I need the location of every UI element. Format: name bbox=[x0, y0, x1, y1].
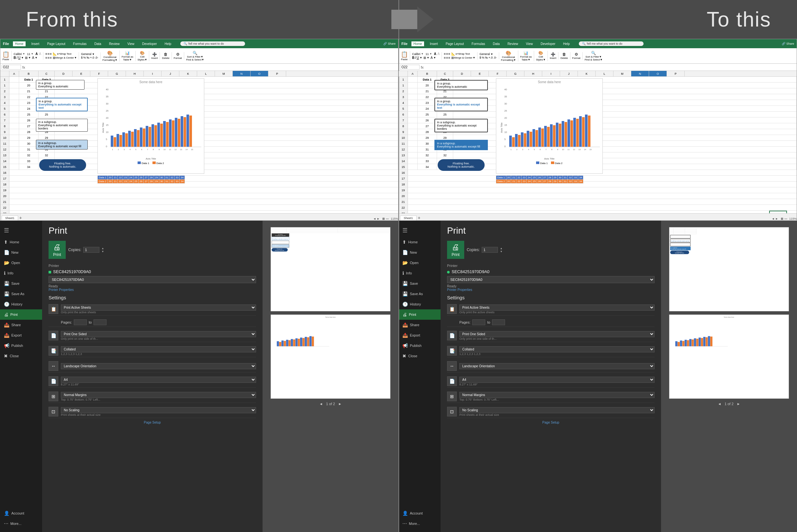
collated-select-left[interactable]: Collated bbox=[61, 346, 256, 353]
textbox-subgroup-borders-right: In a subgroup. Everything is automatic e… bbox=[434, 119, 488, 132]
sidebar-item-share-right[interactable]: 📤 Share bbox=[398, 320, 441, 330]
svg-text:9: 9 bbox=[557, 149, 558, 151]
orientation-select-right[interactable]: Landscape Orientation bbox=[459, 363, 654, 369]
sidebar-item-open-right[interactable]: 📂 Open bbox=[398, 258, 441, 268]
scaling-select-right[interactable]: No Scaling bbox=[459, 407, 654, 413]
add-sheet-left[interactable]: + bbox=[19, 215, 22, 221]
orientation-select-left[interactable]: Landscape Orientation bbox=[61, 363, 256, 369]
formula-input-left[interactable] bbox=[26, 65, 397, 69]
publish-icon-right: 📢 bbox=[402, 343, 408, 348]
prev-page-right[interactable]: ◄ bbox=[718, 402, 721, 406]
sidebar-item-saveas-right[interactable]: 💾 Save As bbox=[398, 289, 441, 299]
sidebar-item-publish-right[interactable]: 📢 Publish bbox=[398, 340, 441, 351]
chart-left: Some data here Axis Title 40 35 30 25 20 bbox=[97, 78, 204, 174]
sidebar-item-home-right[interactable]: ⬆ Home bbox=[398, 237, 441, 247]
sidebar-item-new-right[interactable]: 📄 New bbox=[398, 247, 441, 258]
print-button-left[interactable]: 🖨 Print bbox=[49, 241, 66, 259]
svg-text:10: 10 bbox=[562, 149, 564, 151]
sidebar-item-more-right[interactable]: ⋯ More... bbox=[398, 518, 441, 529]
svg-rect-68 bbox=[527, 131, 529, 147]
copies-up-right[interactable]: ▲ bbox=[500, 247, 502, 250]
sidebar-item-export-right[interactable]: 📤 Export bbox=[398, 330, 441, 340]
sidebar-item-print-right[interactable]: 🖨 Print bbox=[398, 309, 441, 320]
svg-rect-111 bbox=[289, 340, 291, 346]
setting-orientation-left: ↔ Landscape Orientation bbox=[49, 360, 256, 373]
sidebar-item-export-left[interactable]: 📤 Export bbox=[0, 330, 42, 340]
svg-rect-131 bbox=[694, 338, 696, 346]
printer-select-left[interactable]: SEC84251970D9A0 bbox=[49, 276, 256, 283]
textbox-floating-right: Floating free. Nothing is automatic. bbox=[438, 159, 485, 171]
sidebar-item-new-left[interactable]: 📄 New bbox=[0, 247, 42, 258]
pages-to-left[interactable] bbox=[94, 319, 107, 325]
copies-down-right[interactable]: ▼ bbox=[500, 250, 502, 253]
sidebar-item-account-left[interactable]: 👤 Account bbox=[0, 508, 42, 518]
svg-rect-21 bbox=[146, 126, 148, 147]
copies-down-left[interactable]: ▼ bbox=[101, 250, 104, 253]
page-setup-link-left[interactable]: Page Setup bbox=[49, 421, 256, 424]
svg-rect-88 bbox=[585, 115, 588, 147]
onesided-select-right[interactable]: Print One Sided bbox=[459, 331, 654, 337]
svg-rect-108 bbox=[281, 340, 283, 346]
copies-input-left[interactable] bbox=[83, 247, 99, 253]
onesided-select-left[interactable]: Print One Sided bbox=[61, 331, 256, 337]
pages-to-right[interactable] bbox=[492, 319, 505, 325]
textbox-subgroup-fill-right: In a subgroup. Everything is automatic e… bbox=[434, 140, 488, 150]
sheet-tab-sheet1-left[interactable]: Sheet1 bbox=[2, 215, 18, 221]
paper-select-right[interactable]: A4 bbox=[459, 377, 654, 383]
sidebar-item-close-right[interactable]: ✖ Close bbox=[398, 351, 441, 361]
copies-input-right[interactable] bbox=[482, 247, 498, 253]
setting-collated-right: 📑 Collated 1,2,3 1,2,3 1,2,3 bbox=[447, 345, 654, 357]
sidebar-item-publish-left[interactable]: 📢 Publish bbox=[0, 340, 42, 351]
sidebar-item-more-left[interactable]: ⋯ More... bbox=[0, 518, 42, 529]
name-box-right[interactable] bbox=[400, 65, 420, 70]
pages-from-left[interactable] bbox=[74, 319, 87, 325]
sidebar-item-info-left[interactable]: ℹ Info bbox=[0, 268, 42, 278]
next-page-right[interactable]: ► bbox=[737, 402, 740, 406]
save-icon-left: 💾 bbox=[4, 281, 10, 286]
scaling-select-left[interactable]: No Scaling bbox=[61, 407, 256, 413]
name-box-left[interactable] bbox=[2, 65, 21, 70]
printer-props-left[interactable]: Printer Properties bbox=[49, 288, 256, 291]
sidebar-item-print-left[interactable]: 🖨 Print bbox=[0, 309, 42, 320]
margins-select-left[interactable]: Normal Margins bbox=[61, 392, 256, 398]
center-divider bbox=[398, 0, 399, 532]
collated-select-right[interactable]: Collated bbox=[459, 346, 654, 353]
pages-from-right[interactable] bbox=[472, 319, 485, 325]
formula-bar-left: fx bbox=[0, 64, 398, 71]
printer-props-right[interactable]: Printer Properties bbox=[447, 288, 654, 291]
sidebar-item-account-right[interactable]: 👤 Account bbox=[398, 508, 441, 518]
svg-rect-118 bbox=[304, 337, 307, 346]
page-setup-link-right[interactable]: Page Setup bbox=[447, 421, 654, 424]
collated-icon-left: 📑 bbox=[49, 346, 58, 356]
sidebar-item-saveas-left[interactable]: 💾 Save As bbox=[0, 289, 42, 299]
sidebar-item-home-left[interactable]: ⬆ Home bbox=[0, 237, 42, 247]
active-sheets-select-left[interactable]: Print Active Sheets bbox=[61, 304, 256, 311]
printer-select-right[interactable]: SEC84251970D9A0 bbox=[447, 276, 654, 283]
sidebar-item-info-right[interactable]: ℹ Info bbox=[398, 268, 441, 278]
print-button-right[interactable]: 🖨 Print bbox=[447, 241, 464, 259]
svg-rect-12 bbox=[119, 135, 122, 147]
sidebar-item-save-left[interactable]: 💾 Save bbox=[0, 278, 42, 289]
next-page-left[interactable]: ► bbox=[338, 402, 342, 406]
svg-rect-30 bbox=[172, 120, 174, 147]
sidebar-item-history-left[interactable]: 🕐 History bbox=[0, 299, 42, 309]
margins-select-right[interactable]: Normal Margins bbox=[459, 392, 654, 398]
sidebar-item-open-left[interactable]: 📂 Open bbox=[0, 258, 42, 268]
prev-page-left[interactable]: ◄ bbox=[319, 402, 323, 406]
sidebar-item-history-right[interactable]: 🕐 History bbox=[398, 299, 441, 309]
sidebar-item-share-left[interactable]: 📤 Share bbox=[0, 320, 42, 330]
svg-rect-81 bbox=[564, 122, 567, 147]
svg-rect-127 bbox=[685, 340, 687, 346]
ribbon-tab-home[interactable]: Home bbox=[13, 41, 25, 46]
paper-select-left[interactable]: A4 bbox=[61, 377, 256, 383]
active-sheets-select-right[interactable]: Print Active Sheets bbox=[459, 304, 654, 311]
ribbon-tab-home-right[interactable]: Home bbox=[411, 41, 424, 46]
copies-up-left[interactable]: ▲ bbox=[101, 247, 104, 250]
sidebar-item-save-right[interactable]: 💾 Save bbox=[398, 278, 441, 289]
paper-icon-right: 📄 bbox=[447, 376, 457, 386]
sheet-tab-sheet1-right[interactable]: Sheet1 bbox=[400, 215, 416, 221]
formula-input-right[interactable] bbox=[425, 65, 795, 69]
svg-text:7: 7 bbox=[545, 149, 547, 151]
sidebar-item-close-left[interactable]: ✖ Close bbox=[0, 351, 42, 361]
add-sheet-right[interactable]: + bbox=[418, 215, 421, 221]
